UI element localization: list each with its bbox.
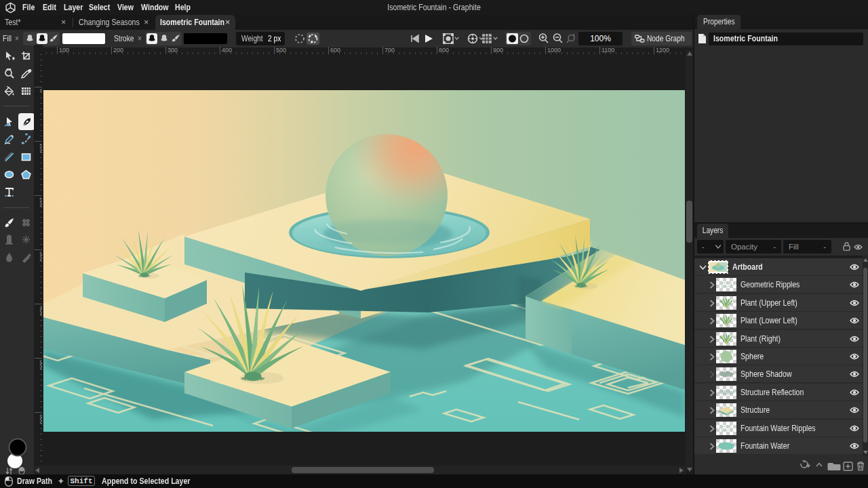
svg-text:700: 700 xyxy=(384,47,395,54)
svg-text:200: 200 xyxy=(39,197,42,207)
svg-text:1200: 1200 xyxy=(656,47,669,54)
svg-text:500: 500 xyxy=(39,360,42,370)
svg-text:300: 300 xyxy=(167,47,178,54)
svg-text:800: 800 xyxy=(439,47,449,54)
svg-text:300: 300 xyxy=(39,251,42,262)
svg-text:1000: 1000 xyxy=(547,47,561,54)
svg-text:100: 100 xyxy=(59,47,69,54)
svg-text:400: 400 xyxy=(222,47,232,54)
svg-text:0: 0 xyxy=(39,89,42,92)
svg-text:1100: 1100 xyxy=(601,47,614,54)
svg-text:600: 600 xyxy=(39,414,42,424)
svg-text:900: 900 xyxy=(493,47,503,54)
svg-text:400: 400 xyxy=(39,306,42,316)
svg-text:600: 600 xyxy=(330,47,340,54)
svg-text:100: 100 xyxy=(39,143,42,153)
svg-text:500: 500 xyxy=(276,47,286,54)
svg-text:200: 200 xyxy=(113,47,123,54)
